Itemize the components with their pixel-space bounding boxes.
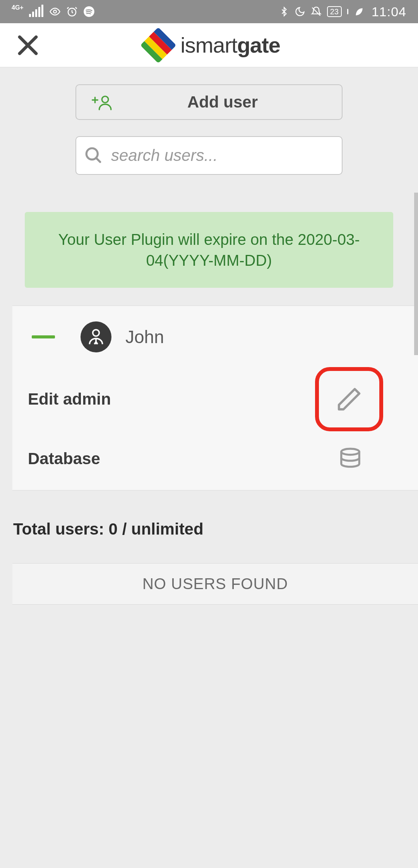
mute-bell-icon [311, 6, 322, 17]
scrollbar[interactable] [414, 193, 418, 355]
add-user-label: Add user [127, 93, 319, 111]
edit-admin-label: Edit admin [28, 390, 111, 408]
signal-strength-icon [29, 6, 44, 17]
battery-indicator: 23 [327, 6, 342, 17]
svg-point-0 [53, 10, 57, 13]
logo-text: ismartgate [180, 32, 280, 58]
search-icon [76, 146, 111, 165]
collapse-indicator-icon[interactable] [32, 335, 55, 338]
expiry-notice: Your User Plugin will expire on the 2020… [25, 212, 393, 288]
add-user-button[interactable]: Add user [75, 84, 343, 120]
page-body: Add user Your User Plugin will expire on… [0, 67, 418, 868]
add-user-icon [76, 94, 127, 111]
svg-point-6 [341, 449, 360, 455]
leaf-icon [354, 7, 364, 17]
network-type: 4G+ [12, 5, 24, 10]
total-users-text: Total users: 0 / unlimited [0, 490, 418, 538]
database-button[interactable] [317, 447, 383, 471]
clock-time: 11:04 [372, 4, 406, 19]
eye-icon [49, 6, 61, 17]
brand-logo: ismartgate [46, 32, 379, 58]
moon-icon [295, 6, 305, 17]
close-icon [15, 33, 40, 58]
edit-admin-button[interactable] [315, 367, 383, 431]
svg-point-3 [102, 96, 108, 103]
search-input[interactable] [111, 146, 342, 165]
admin-card: John Edit admin Database [12, 306, 418, 490]
database-icon [338, 447, 362, 471]
alarm-icon [66, 6, 78, 17]
database-label: Database [28, 449, 100, 468]
search-box[interactable] [75, 136, 343, 175]
admin-avatar-icon [81, 321, 111, 352]
svg-point-5 [93, 330, 99, 336]
no-users-banner: NO USERS FOUND [12, 563, 418, 605]
bluetooth-icon [279, 6, 289, 17]
close-button[interactable] [9, 27, 46, 64]
app-header: ismartgate [0, 23, 418, 67]
status-bar: 4G+ 23 11:04 [0, 0, 418, 23]
logo-mark-icon [140, 27, 176, 63]
spotify-icon [83, 6, 95, 17]
pencil-icon [336, 386, 363, 413]
battery-percent: 23 [330, 7, 339, 16]
admin-name: John [125, 326, 164, 347]
